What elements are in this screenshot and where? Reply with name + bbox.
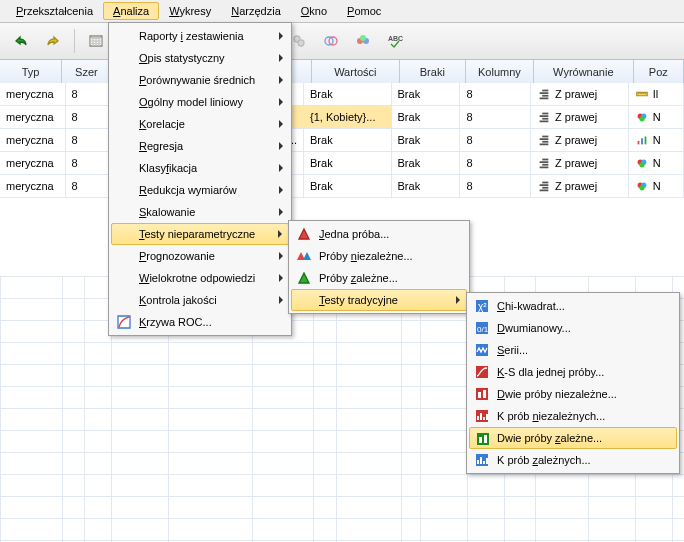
menu-item-label: Raporty i zestawienia xyxy=(139,30,244,42)
menu-item-dwie-próby-niezależne[interactable]: Dwie próby niezależne... xyxy=(469,383,677,405)
cell-wyr[interactable]: Z prawej xyxy=(531,175,629,197)
menu-item-testy-nieparametryczne[interactable]: Testy nieparametryczne xyxy=(111,223,289,245)
menu-item-prognozowanie[interactable]: Prognozowanie xyxy=(111,245,289,267)
svg-rect-23 xyxy=(540,98,549,100)
cell-braki[interactable]: Brak xyxy=(392,83,461,105)
menu-item-testy-tradycyjne[interactable]: Testy tradycyjne xyxy=(291,289,467,311)
menu-item-skalowanie[interactable]: Skalowanie xyxy=(111,201,289,223)
cell-braki[interactable]: Brak xyxy=(392,152,461,174)
cell-kol[interactable]: 8 xyxy=(460,129,531,151)
cell-kol[interactable]: 8 xyxy=(460,106,531,128)
svg-rect-38 xyxy=(644,137,646,145)
cell-wart[interactable]: Brak xyxy=(304,129,392,151)
svg-rect-41 xyxy=(542,164,548,166)
column-header-wyr[interactable]: Wyrównanie xyxy=(534,60,634,84)
menu-przekształcenia[interactable]: Przekształcenia xyxy=(6,2,103,20)
right-align-icon xyxy=(537,179,551,193)
menu-item-label: Regresja xyxy=(139,140,183,152)
toolbar-redo-button[interactable] xyxy=(38,26,68,56)
toolbar-circles-button[interactable] xyxy=(348,26,378,56)
menu-item-korelacje[interactable]: Korelacje xyxy=(111,113,289,135)
menu-item-klasyfikacja[interactable]: Klasyfikacja xyxy=(111,157,289,179)
column-header-kol[interactable]: Kolumny xyxy=(466,60,534,84)
cell-text: 8 xyxy=(72,88,78,100)
cell-poz[interactable]: N xyxy=(629,129,684,151)
column-header-poz[interactable]: Poz xyxy=(634,60,684,84)
menu-item-próby-zależne[interactable]: Próby zależne... xyxy=(291,267,467,289)
menu-item-raporty-i-zestawienia[interactable]: Raporty i zestawienia xyxy=(111,25,289,47)
menu-item-wielokrotne-odpowiedzi[interactable]: Wielokrotne odpowiedzi xyxy=(111,267,289,289)
cell-kol[interactable]: 8 xyxy=(460,83,531,105)
cell-wart[interactable]: Brak xyxy=(304,175,392,197)
toolbar-dataset-button[interactable] xyxy=(81,26,111,56)
menu-item-serii[interactable]: Serii... xyxy=(469,339,677,361)
cell-typ[interactable]: meryczna xyxy=(0,152,66,174)
cell-typ[interactable]: meryczna xyxy=(0,83,66,105)
menu-item-label: Ogólny model liniowy xyxy=(139,96,243,108)
menu-item-regresja[interactable]: Regresja xyxy=(111,135,289,157)
rgb-icon xyxy=(635,110,649,124)
menu-pomoc[interactable]: Pomoc xyxy=(337,2,391,20)
cell-braki[interactable]: Brak xyxy=(392,106,461,128)
toolbar-venn-button[interactable] xyxy=(316,26,346,56)
menu-item-redukcja-wymiarów[interactable]: Redukcja wymiarów xyxy=(111,179,289,201)
column-header-typ[interactable]: Typ xyxy=(0,60,62,84)
menu-item-chi-kwadrat[interactable]: χ²Chi-kwadrat... xyxy=(469,295,677,317)
menu-item-porównywanie-średnich[interactable]: Porównywanie średnich xyxy=(111,69,289,91)
column-header-szer[interactable]: Szer xyxy=(62,60,111,84)
cell-typ[interactable]: meryczna xyxy=(0,106,66,128)
menu-item-k-prób-niezależnych[interactable]: K prób niezależnych... xyxy=(469,405,677,427)
cell-text: N xyxy=(653,180,661,192)
menu-item-label: Testy nieparametryczne xyxy=(139,228,255,240)
menu-item-dwumianowy[interactable]: 0/1Dwumianowy... xyxy=(469,317,677,339)
menu-item-label: Prognozowanie xyxy=(139,250,215,262)
cell-wyr[interactable]: Z prawej xyxy=(531,152,629,174)
submenu-arrow-icon xyxy=(279,274,283,282)
column-header-row: TypSzerWartościBrakiKolumnyWyrównaniePoz xyxy=(0,60,684,85)
submenu-arrow-icon xyxy=(279,32,283,40)
cell-poz[interactable]: N xyxy=(629,152,684,174)
toolbar-abc-check-button[interactable]: ABC xyxy=(380,26,410,56)
cell-poz[interactable]: N xyxy=(629,106,684,128)
cell-wyr[interactable]: Z prawej xyxy=(531,83,629,105)
cell-typ[interactable]: meryczna xyxy=(0,129,66,151)
menu-item-jedna-próba[interactable]: Jedna próba... xyxy=(291,223,467,245)
cell-text: 8 xyxy=(466,180,472,192)
cell-wart[interactable]: Brak xyxy=(304,152,392,174)
menu-item-dwie-próby-zależne[interactable]: Dwie próby zależne... xyxy=(469,427,677,449)
menu-item-kontrola-jakości[interactable]: Kontrola jakości xyxy=(111,289,289,311)
toolbar-undo-button[interactable] xyxy=(6,26,36,56)
cell-kol[interactable]: 8 xyxy=(460,152,531,174)
cell-wyr[interactable]: Z prawej xyxy=(531,106,629,128)
cell-poz[interactable]: N xyxy=(629,175,684,197)
right-align-icon xyxy=(537,133,551,147)
menu-item-label: Klasyfikacja xyxy=(139,162,197,174)
menu-okno[interactable]: Okno xyxy=(291,2,337,20)
svg-rect-61 xyxy=(478,392,481,398)
cell-typ[interactable]: meryczna xyxy=(0,175,66,197)
menu-item-krzywa-roc[interactable]: Krzywa ROC... xyxy=(111,311,289,333)
cell-poz[interactable]: Il xyxy=(629,83,684,105)
menu-item-opis-statystyczny[interactable]: Opis statystyczny xyxy=(111,47,289,69)
cell-text: Z prawej xyxy=(555,180,597,192)
cell-wart[interactable]: {1, Kobiety}... xyxy=(304,106,392,128)
cell-kol[interactable]: 8 xyxy=(460,175,531,197)
cell-text: Brak xyxy=(310,88,333,100)
menu-item-k-s-dla-jednej-próby[interactable]: K-S dla jednej próby... xyxy=(469,361,677,383)
column-header-braki[interactable]: Braki xyxy=(400,60,466,84)
menu-item-ogólny-model-liniowy[interactable]: Ogólny model liniowy xyxy=(111,91,289,113)
chi-icon: χ² xyxy=(474,298,490,314)
menu-item-k-prób-zależnych[interactable]: K prób zależnych... xyxy=(469,449,677,471)
column-header-wart[interactable]: Wartości xyxy=(312,60,400,84)
cell-wart[interactable]: Brak xyxy=(304,83,392,105)
menu-item-próby-niezależne[interactable]: Próby niezależne... xyxy=(291,245,467,267)
cell-braki[interactable]: Brak xyxy=(392,175,461,197)
cell-wyr[interactable]: Z prawej xyxy=(531,129,629,151)
cell-text: Brak xyxy=(398,111,421,123)
tri-red-icon xyxy=(296,226,312,242)
menu-narzędzia[interactable]: Narzędzia xyxy=(221,2,291,20)
cell-braki[interactable]: Brak xyxy=(392,129,461,151)
menu-analiza[interactable]: Analiza xyxy=(103,2,159,20)
menu-wykresy[interactable]: Wykresy xyxy=(159,2,221,20)
svg-point-45 xyxy=(639,162,644,167)
